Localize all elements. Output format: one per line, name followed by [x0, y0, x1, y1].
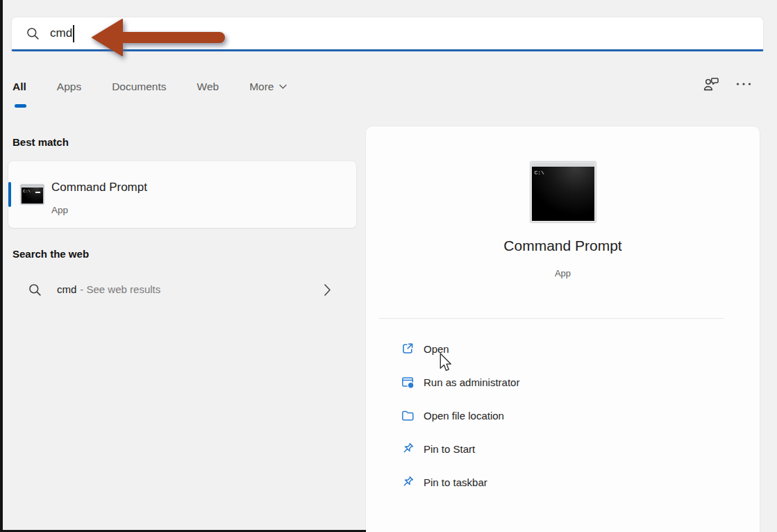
pin-icon: [401, 442, 415, 456]
active-tab-indicator: [15, 104, 26, 108]
mouse-cursor: [438, 353, 453, 373]
search-the-web-heading: Search the web: [12, 248, 89, 260]
preview-subtitle: App: [366, 268, 760, 279]
best-match-result-command-prompt[interactable]: C:\ Command Prompt App: [8, 161, 356, 228]
action-pin-to-start[interactable]: Pin to Start: [366, 432, 760, 465]
action-label: Run as administrator: [424, 376, 519, 388]
person-chat-icon: [702, 75, 721, 94]
tab-all[interactable]: All: [12, 81, 26, 93]
action-run-as-administrator[interactable]: Run as administrator: [366, 365, 760, 399]
action-label: Open file location: [424, 410, 504, 422]
run-as-admin-icon: [401, 375, 415, 389]
ellipsis-icon: [735, 75, 753, 93]
selection-indicator: [8, 182, 11, 207]
search-input-value: cmd: [50, 26, 72, 40]
action-label: Pin to Start: [424, 443, 475, 455]
windows-search-flyout: cmd All Apps Documents Web More Best mat…: [0, 0, 777, 532]
result-title: Command Prompt: [51, 181, 147, 194]
command-prompt-icon: C:\: [21, 185, 44, 204]
preview-panel: C:\ Command Prompt App Open: [366, 126, 760, 532]
tab-documents[interactable]: Documents: [112, 81, 166, 93]
action-open[interactable]: Open: [366, 332, 760, 365]
divider: [378, 318, 724, 319]
more-options-button[interactable]: [733, 74, 754, 94]
web-query: cmd: [57, 283, 76, 295]
chevron-down-icon: [279, 84, 287, 90]
command-prompt-icon-large: C:\: [530, 162, 596, 222]
action-open-file-location[interactable]: Open file location: [366, 399, 760, 432]
tab-more[interactable]: More: [249, 81, 287, 93]
chevron-right-icon: [324, 283, 331, 297]
tab-web[interactable]: Web: [197, 81, 219, 93]
search-preferences-button[interactable]: [701, 74, 721, 94]
web-result-text: cmd - See web results: [57, 283, 160, 295]
tab-apps[interactable]: Apps: [57, 81, 81, 93]
pin-icon: [401, 475, 415, 489]
preview-title: Command Prompt: [366, 238, 760, 254]
action-list: Open Run as administrator Open file loca…: [366, 332, 760, 499]
text-caret: [73, 25, 74, 42]
screenshot-border-left: [0, 0, 3, 532]
folder-icon: [401, 408, 415, 422]
action-pin-to-taskbar[interactable]: Pin to taskbar: [366, 465, 760, 499]
search-icon: [28, 283, 42, 297]
filter-tabs: All Apps Documents Web More: [12, 81, 287, 93]
annotation-left-arrow-icon: [90, 15, 228, 60]
best-match-heading: Best match: [12, 136, 69, 148]
web-search-result[interactable]: cmd - See web results: [8, 274, 356, 307]
open-external-icon: [401, 342, 415, 356]
action-label: Pin to taskbar: [424, 476, 487, 488]
result-subtitle: App: [51, 205, 68, 215]
web-hint: - See web results: [80, 283, 160, 295]
search-icon: [26, 26, 40, 41]
